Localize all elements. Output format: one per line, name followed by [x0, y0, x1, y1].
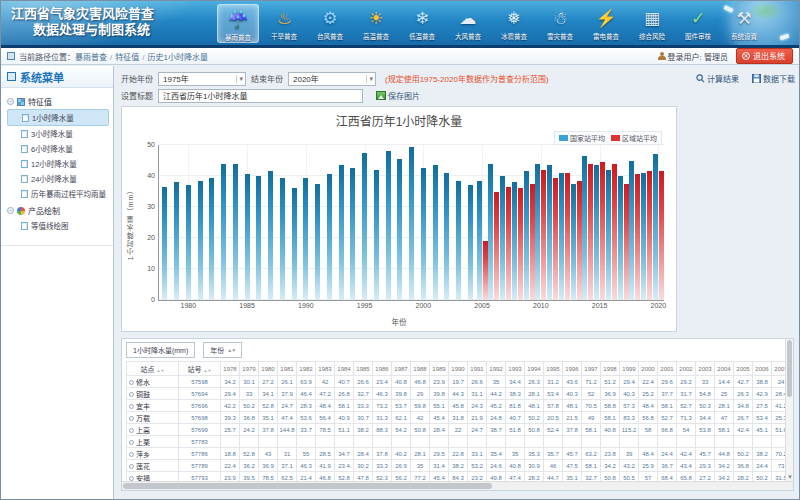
year-column-2001[interactable]: 2001 — [658, 362, 677, 376]
year-column-1994[interactable]: 1994 — [525, 362, 544, 376]
value-cell: 63.2 — [582, 448, 601, 460]
sidebar-item-12小时降水量[interactable]: 12小时降水量 — [7, 156, 109, 171]
nav-item-typhoon[interactable]: ⚙台风普查 — [309, 4, 351, 43]
radio-icon[interactable] — [129, 392, 134, 397]
radio-icon[interactable] — [129, 416, 134, 421]
year-column-1980[interactable]: 1980 — [259, 362, 278, 376]
radio-icon[interactable] — [129, 476, 134, 481]
value-cell: 46.3 — [373, 388, 392, 400]
sort-arrows-icon[interactable]: ▲▼ — [157, 368, 165, 373]
station-name-cell[interactable]: 宜丰 — [127, 400, 179, 412]
station-name-cell[interactable]: 莲花 — [127, 460, 179, 472]
sidebar-item-24小时降水量[interactable]: 24小时降水量 — [7, 171, 109, 186]
breadcrumb-item[interactable]: 特征值 — [115, 53, 139, 62]
nav-item-lightning[interactable]: ⚡雷电普查 — [585, 4, 627, 43]
year-column-1990[interactable]: 1990 — [449, 362, 468, 376]
nav-item-high-temp[interactable]: ☀高温普查 — [355, 4, 397, 43]
value-cell: 52 — [582, 388, 601, 400]
v-scroll-down-arrow[interactable]: ▼ — [787, 474, 793, 480]
v-scroll-thumb[interactable] — [787, 340, 792, 397]
year-column-1988[interactable]: 1988 — [411, 362, 430, 376]
nav-item-settings[interactable]: ⚒系统设置 — [723, 4, 765, 43]
column-header-站号[interactable]: 站号 ▲▼ — [179, 362, 221, 376]
year-sort-chip[interactable]: 年份 ▲▼ — [203, 342, 242, 358]
year-slot-2017 — [617, 145, 629, 300]
nav-item-gale[interactable]: ☁大风普查 — [447, 4, 489, 43]
end-year-select[interactable]: 2020年▾ — [288, 72, 376, 86]
year-column-1979[interactable]: 1979 — [240, 362, 259, 376]
expander-icon[interactable]: − — [7, 207, 14, 214]
logout-button[interactable]: ✕ 退出系统 — [736, 48, 793, 64]
year-column-1998[interactable]: 1998 — [601, 362, 620, 376]
nav-item-low-temp[interactable]: ❄低温普查 — [401, 4, 443, 43]
save-image-button[interactable]: 保存图片 — [376, 90, 420, 101]
sidebar-item-6小时降水量[interactable]: 6小时降水量 — [7, 141, 109, 156]
tree-group-产品绘制[interactable]: −产品绘制 — [7, 203, 109, 218]
tree-group-特征值[interactable]: −特征值 — [7, 94, 109, 109]
year-column-1985[interactable]: 1985 — [354, 362, 373, 376]
nav-item-drought[interactable]: ♨干旱普查 — [263, 4, 305, 43]
year-column-1981[interactable]: 1981 — [278, 362, 297, 376]
sidebar-item-3小时降水量[interactable]: 3小时降水量 — [7, 126, 109, 141]
year-column-1978[interactable]: 1978 — [221, 362, 240, 376]
station-name-cell[interactable]: 修水 — [127, 376, 179, 388]
column-header-站点[interactable]: 站点 ▲▼ — [127, 362, 179, 376]
table-horizontal-scrollbar[interactable] — [122, 481, 793, 490]
nav-item-hail[interactable]: ❅冰雹普查 — [493, 4, 535, 43]
nav-item-map-review[interactable]: ✓图件审核 — [677, 4, 719, 43]
unit-chip[interactable]: 1小时降水量(mm) — [126, 342, 195, 358]
h-scroll-thumb[interactable] — [123, 483, 492, 489]
year-column-2005[interactable]: 2005 — [734, 362, 753, 376]
calc-result-button[interactable]: 计算结果 — [696, 73, 739, 84]
chart-title-input[interactable] — [158, 89, 363, 103]
nav-item-snow[interactable]: ☃雪灾普查 — [539, 4, 581, 43]
year-column-1992[interactable]: 1992 — [487, 362, 506, 376]
radio-icon[interactable] — [129, 428, 134, 433]
sort-arrows-icon[interactable]: ▲▼ — [204, 368, 212, 373]
year-column-1984[interactable]: 1984 — [335, 362, 354, 376]
year-column-1991[interactable]: 1991 — [468, 362, 487, 376]
station-name-cell[interactable]: 铜鼓 — [127, 388, 179, 400]
year-column-2002[interactable]: 2002 — [677, 362, 696, 376]
year-column-2006[interactable]: 2006 — [753, 362, 772, 376]
data-download-button[interactable]: 数据下载 — [752, 73, 795, 84]
year-column-1999[interactable]: 1999 — [620, 362, 639, 376]
station-name-cell[interactable]: 万载 — [127, 412, 179, 424]
sidebar-item-1小时降水量[interactable]: 1小时降水量 — [7, 109, 109, 126]
radio-icon[interactable] — [129, 380, 134, 385]
value-cell: 37.9 — [278, 388, 297, 400]
year-column-1993[interactable]: 1993 — [506, 362, 525, 376]
year-column-2003[interactable]: 2003 — [696, 362, 715, 376]
nav-item-rainstorm[interactable]: ☔暴雨普查 — [217, 4, 259, 43]
year-column-1996[interactable]: 1996 — [563, 362, 582, 376]
breadcrumb-item[interactable]: 历史1小时降水量 — [147, 53, 207, 62]
year-column-1995[interactable]: 1995 — [544, 362, 563, 376]
legend-national[interactable]: 国家站平均 — [559, 133, 605, 143]
table-vertical-scrollbar[interactable]: ▼ — [785, 339, 793, 481]
radio-icon[interactable] — [129, 440, 134, 445]
value-cell: 50.2 — [240, 400, 259, 412]
nav-item-risk-calc[interactable]: ▦综合风险 — [631, 4, 673, 43]
sidebar-item-等值线绘图[interactable]: 等值线绘图 — [7, 218, 109, 233]
year-column-1987[interactable]: 1987 — [392, 362, 411, 376]
sidebar-item-历年暴雨过程平均雨量[interactable]: 历年暴雨过程平均雨量 — [7, 186, 109, 201]
breadcrumb-item[interactable]: 暴雨普查 — [75, 53, 107, 62]
year-column-1983[interactable]: 1983 — [316, 362, 335, 376]
year-column-2004[interactable]: 2004 — [715, 362, 734, 376]
year-column-1997[interactable]: 1997 — [582, 362, 601, 376]
year-column-1982[interactable]: 1982 — [297, 362, 316, 376]
year-column-1986[interactable]: 1986 — [373, 362, 392, 376]
station-name-cell[interactable]: 萍乡 — [127, 448, 179, 460]
start-year-select[interactable]: 1975年▾ — [158, 72, 246, 86]
year-column-2000[interactable]: 2000 — [639, 362, 658, 376]
radio-icon[interactable] — [129, 404, 134, 409]
station-name-cell[interactable]: 上高 — [127, 424, 179, 436]
year-column-1989[interactable]: 1989 — [430, 362, 449, 376]
value-cell: 40.3 — [620, 388, 639, 400]
value-cell: 40.9 — [335, 412, 354, 424]
radio-icon[interactable] — [129, 452, 134, 457]
legend-regional[interactable]: 区域站平均 — [611, 133, 657, 143]
expander-icon[interactable]: − — [7, 98, 14, 105]
radio-icon[interactable] — [129, 464, 134, 469]
station-name-cell[interactable]: 上栗 — [127, 436, 179, 448]
